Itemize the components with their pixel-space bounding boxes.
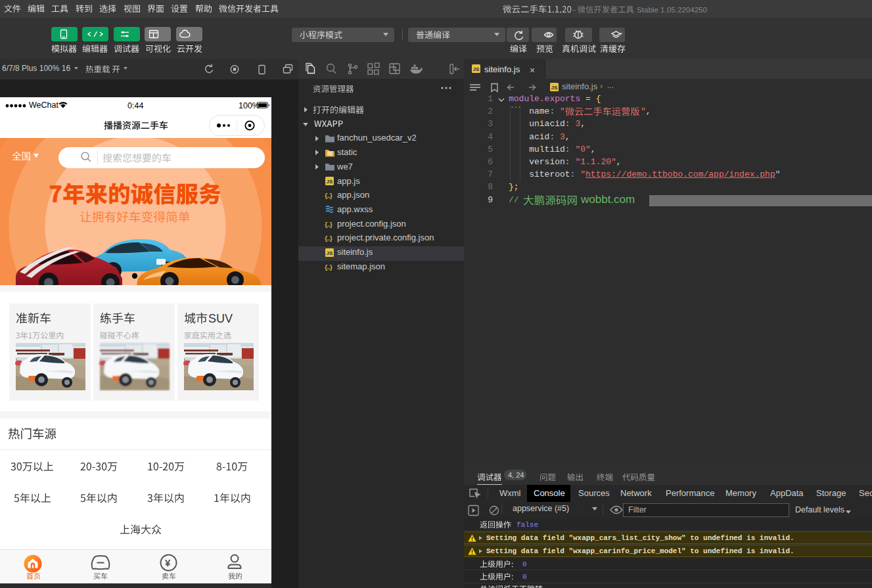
svg-text:¥: ¥: [165, 557, 171, 568]
svg-text:{..}: {..}: [325, 221, 333, 228]
svg-text:{..}: {..}: [325, 235, 333, 242]
svg-text:{..}: {..}: [325, 192, 333, 200]
svg-text:JS: JS: [327, 179, 333, 185]
svg-text:{..}: {..}: [325, 263, 333, 271]
svg-text:JS: JS: [551, 85, 558, 91]
svg-text:JS: JS: [327, 250, 333, 256]
svg-text:JS: JS: [473, 66, 480, 72]
